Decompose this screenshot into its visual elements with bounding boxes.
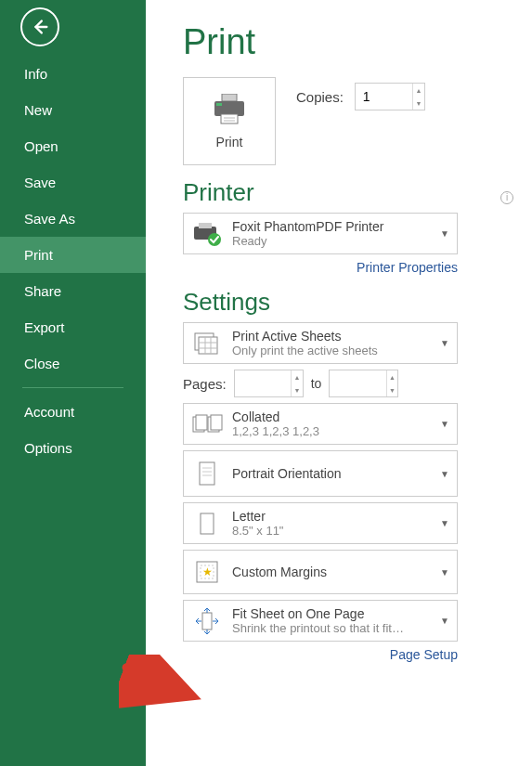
page-setup-link[interactable]: Page Setup <box>183 647 458 662</box>
setting-orientation-title: Portrait Orientation <box>232 466 431 481</box>
setting-collation-sub: 1,2,3 1,2,3 1,2,3 <box>232 424 431 438</box>
sidebar-item-export[interactable]: Export <box>0 309 146 345</box>
copies-group: Copies: ▲ ▼ <box>296 83 425 110</box>
setting-scaling-title: Fit Sheet on One Page <box>232 606 431 621</box>
setting-print-what-title: Print Active Sheets <box>232 329 431 344</box>
svg-rect-28 <box>202 613 212 630</box>
svg-rect-4 <box>221 114 238 123</box>
copies-up-icon[interactable]: ▲ <box>413 84 424 97</box>
chevron-down-icon: ▼ <box>440 616 449 626</box>
svg-rect-24 <box>201 513 214 534</box>
down-icon[interactable]: ▼ <box>387 383 398 396</box>
back-arrow-icon <box>30 17 50 37</box>
copies-spinner[interactable]: ▲ ▼ <box>355 83 425 110</box>
setting-print-what[interactable]: Print Active Sheets Only print the activ… <box>183 322 458 364</box>
chevron-down-icon: ▼ <box>440 419 449 429</box>
printer-heading: Printer <box>183 178 254 207</box>
copies-down-icon[interactable]: ▼ <box>413 97 424 110</box>
printer-selector[interactable]: Foxit PhantomPDF Printer Ready ▼ <box>183 213 458 254</box>
info-icon[interactable]: i <box>500 191 513 204</box>
pages-to-input[interactable] <box>330 370 385 396</box>
sidebar-item-account[interactable]: Account <box>0 394 146 430</box>
sidebar-item-info[interactable]: Info <box>0 56 146 92</box>
chevron-down-icon: ▼ <box>440 567 449 578</box>
margins-icon: ★ <box>195 560 219 584</box>
collated-icon <box>191 413 223 435</box>
chevron-down-icon: ▼ <box>440 228 449 239</box>
setting-collation-title: Collated <box>232 409 431 424</box>
pages-from-spinner[interactable]: ▲▼ <box>234 370 304 397</box>
printer-name: Foxit PhantomPDF Printer <box>232 219 431 234</box>
copies-label: Copies: <box>296 89 344 105</box>
setting-paper-size[interactable]: Letter 8.5" x 11" ▼ <box>183 502 458 544</box>
printer-properties-link[interactable]: Printer Properties <box>183 260 458 275</box>
svg-rect-20 <box>200 462 214 485</box>
setting-collation[interactable]: Collated 1,2,3 1,2,3 1,2,3 ▼ <box>183 403 458 445</box>
pages-label: Pages: <box>183 376 227 392</box>
sidebar: Info New Open Save Save As Print Share E… <box>0 0 146 766</box>
print-button-label: Print <box>216 135 243 149</box>
svg-rect-11 <box>199 337 217 354</box>
sidebar-item-close[interactable]: Close <box>0 345 146 382</box>
svg-rect-19 <box>211 415 222 430</box>
up-icon[interactable]: ▲ <box>292 370 303 383</box>
printer-heading-row: Printer i <box>183 178 513 207</box>
page-title: Print <box>183 22 513 62</box>
sidebar-item-open[interactable]: Open <box>0 128 146 164</box>
setting-orientation[interactable]: Portrait Orientation ▼ <box>183 450 458 497</box>
setting-print-what-sub: Only print the active sheets <box>232 344 431 357</box>
setting-margins[interactable]: ★ Custom Margins ▼ <box>183 550 458 594</box>
paper-icon <box>197 511 217 537</box>
portrait-icon <box>197 461 217 487</box>
back-button[interactable] <box>20 7 59 46</box>
printer-large-icon <box>211 94 248 125</box>
printer-status: Ready <box>232 234 431 248</box>
sidebar-divider <box>22 387 123 388</box>
setting-scaling[interactable]: Fit Sheet on One Page Shrink the printou… <box>183 600 458 642</box>
svg-rect-1 <box>222 94 237 101</box>
sidebar-item-share[interactable]: Share <box>0 273 146 309</box>
chevron-down-icon: ▼ <box>440 518 449 528</box>
sidebar-item-save-as[interactable]: Save As <box>0 201 146 237</box>
setting-scaling-sub: Shrink the printout so that it fit… <box>232 621 431 635</box>
chevron-down-icon: ▼ <box>440 469 449 479</box>
pages-to-label: to <box>311 376 322 391</box>
sidebar-item-new[interactable]: New <box>0 92 146 128</box>
sidebar-item-save[interactable]: Save <box>0 164 146 201</box>
up-icon[interactable]: ▲ <box>387 370 398 383</box>
sidebar-item-options[interactable]: Options <box>0 430 146 466</box>
settings-heading: Settings <box>183 288 513 317</box>
setting-paper-title: Letter <box>232 509 431 524</box>
setting-paper-sub: 8.5" x 11" <box>232 524 431 538</box>
pages-from-input[interactable] <box>235 370 291 396</box>
down-icon[interactable]: ▼ <box>292 383 303 396</box>
main-panel: Print Print Copies: ▲ ▼ <box>146 0 532 766</box>
pages-row: Pages: ▲▼ to ▲▼ <box>183 370 458 397</box>
chevron-down-icon: ▼ <box>440 338 449 348</box>
printer-status-icon <box>192 221 222 247</box>
svg-rect-3 <box>216 103 222 106</box>
print-button[interactable]: Print <box>183 77 276 165</box>
sheets-icon <box>192 331 222 357</box>
pages-to-spinner[interactable]: ▲▼ <box>329 370 398 397</box>
print-top-row: Print Copies: ▲ ▼ <box>183 77 513 165</box>
svg-text:★: ★ <box>202 565 213 578</box>
fit-page-icon <box>191 607 223 635</box>
sidebar-item-print[interactable]: Print <box>0 237 146 273</box>
copies-input[interactable] <box>356 84 412 110</box>
svg-rect-8 <box>199 223 212 228</box>
svg-rect-17 <box>196 415 207 430</box>
setting-margins-title: Custom Margins <box>232 565 431 579</box>
